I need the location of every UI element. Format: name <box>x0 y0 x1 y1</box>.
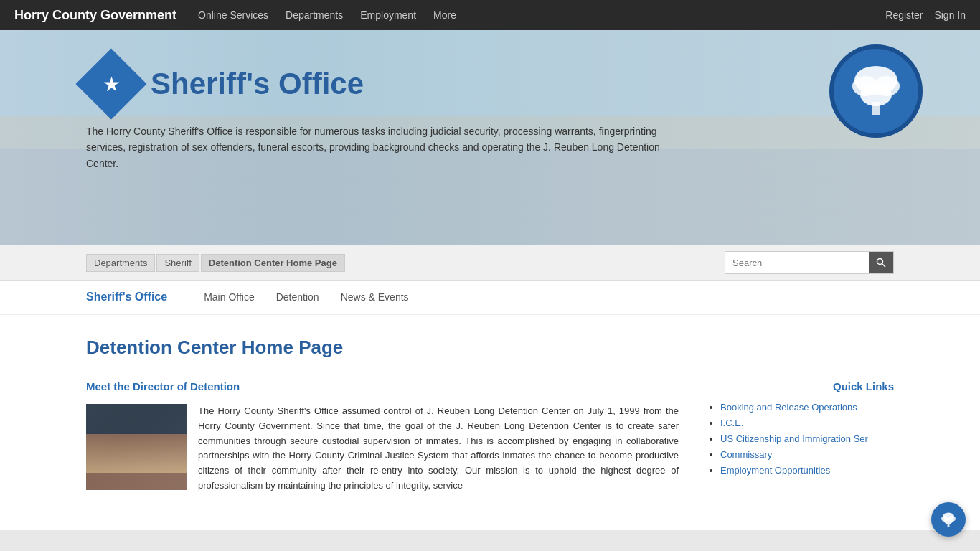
svg-point-5 <box>877 259 883 265</box>
quick-links-heading: Quick Links <box>707 380 894 392</box>
site-title: Horry County Government <box>14 8 176 23</box>
content-left: Meet the Director of Detention The Horry… <box>86 380 679 501</box>
hero-title-row: ★ Sheriff's Office <box>86 59 894 109</box>
hero-description: The Horry County Sheriff's Office is res… <box>86 123 674 171</box>
breadcrumb-sheriff[interactable]: Sheriff <box>156 254 199 272</box>
top-navigation: Horry County Government Online Services … <box>0 0 980 30</box>
signin-link[interactable]: Sign In <box>934 9 966 21</box>
subnav-main-office[interactable]: Main Office <box>204 291 255 303</box>
director-photo-image <box>86 404 187 490</box>
body-text: The Horry County Sheriff's Office assume… <box>198 404 679 494</box>
sub-navigation: Sheriff's Office Main Office Detention N… <box>0 281 980 315</box>
director-row: The Horry County Sheriff's Office assume… <box>86 404 679 494</box>
quick-link-commissary[interactable]: Commissary <box>720 449 772 460</box>
svg-rect-11 <box>948 524 950 527</box>
breadcrumbs: Departments Sheriff Detention Center Hom… <box>86 254 347 272</box>
star-icon: ★ <box>103 72 121 96</box>
hero-banner: ★ Sheriff's Office The Horry County Sher… <box>0 30 980 245</box>
search-input[interactable] <box>725 254 869 272</box>
breadcrumb-detention-home[interactable]: Detention Center Home Page <box>201 254 345 272</box>
content-grid: Meet the Director of Detention The Horry… <box>86 380 894 501</box>
nav-link-departments[interactable]: Departments <box>286 9 343 21</box>
sheriff-badge-icon: ★ <box>76 49 147 120</box>
quick-link-citizenship[interactable]: US Citizenship and Immigration Ser <box>720 433 868 444</box>
svg-line-6 <box>882 264 886 268</box>
page-heading: Detention Center Home Page <box>86 336 894 359</box>
subnav-news-events[interactable]: News & Events <box>341 291 409 303</box>
list-item: Employment Opportunities <box>720 464 894 476</box>
main-nav-links: Online Services Departments Employment M… <box>198 9 456 21</box>
quick-link-booking[interactable]: Booking and Release Operations <box>720 402 857 413</box>
county-logo <box>829 44 923 138</box>
subnav-detention[interactable]: Detention <box>276 291 319 303</box>
search-box <box>725 251 894 274</box>
main-content: Detention Center Home Page Meet the Dire… <box>0 315 980 530</box>
register-link[interactable]: Register <box>885 9 923 21</box>
quick-link-ice[interactable]: I.C.E. <box>720 418 744 428</box>
nav-link-online-services[interactable]: Online Services <box>198 9 268 21</box>
list-item: I.C.E. <box>720 417 894 428</box>
chat-button[interactable] <box>931 502 966 537</box>
nav-link-employment[interactable]: Employment <box>360 9 416 21</box>
content-right: Quick Links Booking and Release Operatio… <box>707 380 894 501</box>
quick-links-list: Booking and Release Operations I.C.E. US… <box>707 401 894 476</box>
list-item: US Citizenship and Immigration Ser <box>720 433 894 444</box>
nav-right: Register Sign In <box>885 9 966 21</box>
breadcrumb-departments[interactable]: Departments <box>86 254 155 272</box>
subnav-links: Main Office Detention News & Events <box>204 291 408 303</box>
hero-title: Sheriff's Office <box>151 67 364 101</box>
list-item: Commissary <box>720 448 894 460</box>
chat-tree-icon <box>939 510 958 529</box>
subnav-title: Sheriff's Office <box>86 281 182 314</box>
list-item: Booking and Release Operations <box>720 401 894 413</box>
svg-point-10 <box>944 518 953 524</box>
quick-link-employment[interactable]: Employment Opportunities <box>720 465 830 476</box>
svg-rect-4 <box>872 102 880 115</box>
director-photo <box>86 404 187 490</box>
search-icon <box>876 258 886 268</box>
nav-left: Horry County Government Online Services … <box>14 8 456 23</box>
search-button[interactable] <box>869 252 893 273</box>
section-heading: Meet the Director of Detention <box>86 380 679 392</box>
breadcrumb-bar: Departments Sheriff Detention Center Hom… <box>0 245 980 281</box>
nav-link-more[interactable]: More <box>433 9 456 21</box>
